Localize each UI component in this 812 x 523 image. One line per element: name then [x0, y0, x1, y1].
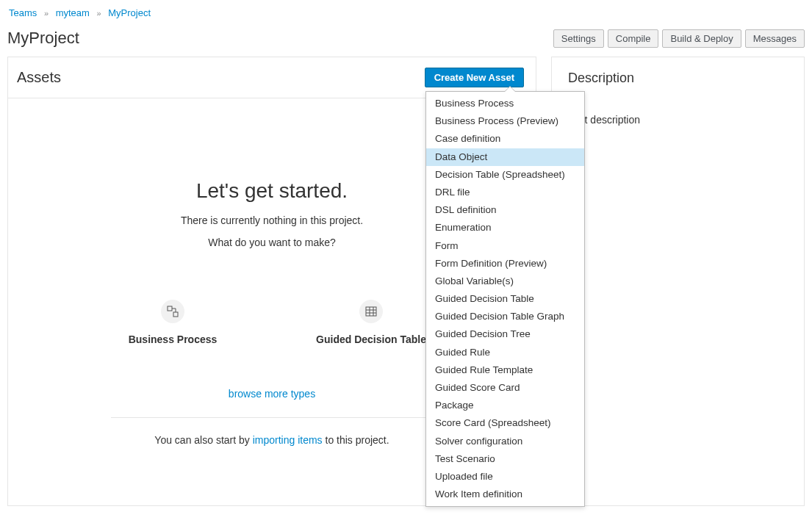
dropdown-item[interactable]: Guided Rule Template — [426, 361, 584, 379]
dropdown-item[interactable]: Guided Decision Table — [426, 290, 584, 308]
dropdown-item[interactable]: Case definition — [426, 130, 584, 148]
svg-rect-1 — [173, 312, 178, 317]
import-suffix: to this project. — [323, 434, 389, 446]
build-deploy-button[interactable]: Build & Deploy — [662, 29, 741, 48]
quick-business-process-label: Business Process — [118, 333, 228, 345]
dropdown-item[interactable]: Guided Score Card — [426, 379, 584, 397]
breadcrumb-link-myteam[interactable]: myteam — [56, 7, 90, 18]
quick-decision-table[interactable]: Guided Decision Table — [316, 300, 426, 345]
assets-panel: Assets Create New Asset Business Process… — [7, 57, 536, 506]
dropdown-item[interactable]: Form Definition (Preview) — [426, 255, 584, 273]
dropdown-item[interactable]: Guided Decision Table Graph — [426, 308, 584, 325]
dropdown-item[interactable]: Test Scenario — [426, 450, 584, 468]
dropdown-item[interactable]: Solver configuration — [426, 433, 584, 450]
dropdown-item[interactable]: DRL file — [426, 184, 584, 201]
dropdown-item[interactable]: Business Process (Preview) — [426, 112, 584, 130]
quick-decision-table-label: Guided Decision Table — [316, 333, 426, 345]
breadcrumb-separator: » — [44, 9, 48, 18]
dropdown-item[interactable]: Enumeration — [426, 219, 584, 237]
description-text: fault description — [568, 114, 788, 126]
process-icon — [161, 300, 184, 323]
dropdown-item[interactable]: Data Object — [426, 148, 584, 166]
dropdown-item[interactable]: Guided Rule — [426, 344, 584, 361]
quick-business-process[interactable]: Business Process — [118, 300, 228, 345]
dropdown-item[interactable]: Score Card (Spreadsheet) — [426, 414, 584, 432]
svg-rect-0 — [168, 306, 172, 311]
dropdown-item[interactable]: Global Variable(s) — [426, 273, 584, 290]
main-content: Assets Create New Asset Business Process… — [0, 57, 812, 506]
assets-title: Assets — [17, 69, 61, 86]
breadcrumb-link-project[interactable]: MyProject — [108, 7, 151, 18]
dropdown-item[interactable]: Guided Decision Tree — [426, 325, 584, 343]
page-title: MyProject — [7, 29, 79, 48]
dropdown-item[interactable]: DSL definition — [426, 201, 584, 219]
dropdown-item[interactable]: Decision Table (Spreadsheet) — [426, 166, 584, 184]
page-header: MyProject Settings Compile Build & Deplo… — [0, 26, 812, 57]
import-prefix: You can also start by — [154, 434, 252, 446]
dropdown-item[interactable]: Uploaded file — [426, 468, 584, 486]
svg-rect-2 — [366, 307, 376, 316]
create-asset-dropdown: Business ProcessBusiness Process (Previe… — [425, 91, 585, 507]
breadcrumb: Teams » myteam » MyProject — [0, 0, 812, 26]
dropdown-item[interactable]: Work Item definition — [426, 486, 584, 503]
table-icon — [359, 300, 383, 323]
create-new-asset-button[interactable]: Create New Asset — [425, 68, 524, 87]
top-button-group: Settings Compile Build & Deploy Messages — [553, 29, 805, 48]
description-title: Description — [568, 71, 788, 86]
importing-items-link[interactable]: importing items — [253, 434, 323, 446]
messages-button[interactable]: Messages — [745, 29, 805, 48]
dropdown-item[interactable]: Package — [426, 397, 584, 414]
description-panel: Description fault description — [551, 57, 805, 506]
dropdown-item[interactable]: Business Process — [426, 95, 584, 112]
breadcrumb-separator: » — [97, 9, 101, 18]
compile-button[interactable]: Compile — [608, 29, 659, 48]
settings-button[interactable]: Settings — [553, 29, 604, 48]
breadcrumb-link-teams[interactable]: Teams — [9, 7, 37, 18]
divider — [111, 417, 433, 418]
dropdown-item[interactable]: Form — [426, 237, 584, 255]
browse-more-link[interactable]: browse more types — [229, 388, 315, 400]
